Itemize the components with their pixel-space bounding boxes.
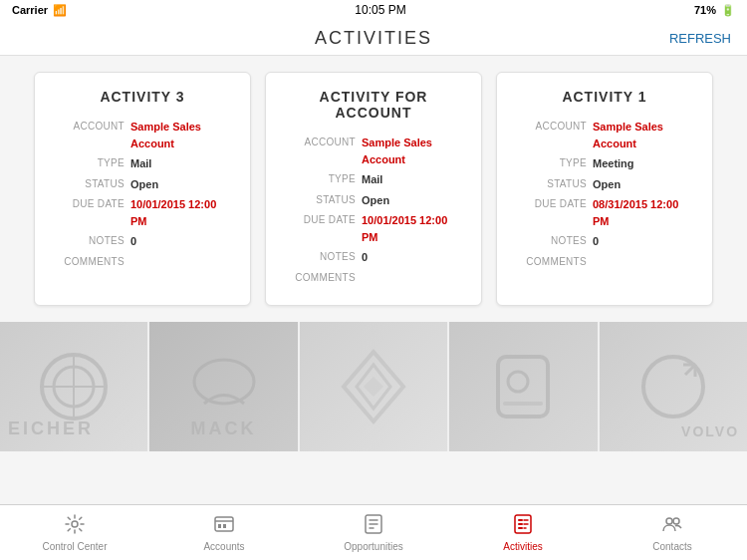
card-1-notes-row: NOTES 0 — [53, 233, 232, 250]
card-2-account: Sample Sales Account — [362, 135, 463, 167]
card-3-account-row: ACCOUNT Sample Sales Account — [515, 119, 694, 151]
brand-id — [449, 322, 599, 451]
tab-activities-label: Activities — [503, 541, 542, 552]
volvo-label: VOLVO — [681, 423, 739, 439]
card-2-status-row: STATUS Open — [284, 192, 463, 209]
battery-label: 71% — [694, 4, 716, 16]
empty-content-area — [0, 451, 747, 505]
card-1-notes: 0 — [130, 233, 136, 250]
activity-card-1[interactable]: ACTIVITY 3 ACCOUNT Sample Sales Account … — [34, 72, 251, 306]
svg-marker-5 — [364, 377, 383, 397]
label-status-3: STATUS — [515, 176, 587, 193]
card-1-account-row: ACCOUNT Sample Sales Account — [53, 119, 232, 151]
accounts-icon — [213, 513, 235, 538]
card-1-title: ACTIVITY 3 — [53, 89, 232, 105]
card-3-comments-row: COMMENTS — [515, 254, 694, 269]
card-2-duedate: 10/01/2015 12:00 PM — [362, 212, 463, 245]
label-status-1: STATUS — [53, 176, 124, 193]
activity-card-3[interactable]: ACTIVITY 1 ACCOUNT Sample Sales Account … — [496, 72, 713, 306]
wifi-icon: 📶 — [53, 4, 67, 17]
tab-accounts[interactable]: Accounts — [149, 505, 299, 560]
activity-card-2[interactable]: ACTIVITY FOR ACCOUNT ACCOUNT Sample Sale… — [265, 72, 482, 306]
card-1-status-row: STATUS Open — [53, 176, 232, 193]
status-right: 71% 🔋 — [694, 4, 735, 17]
eicher-logo-icon — [34, 347, 114, 426]
label-duedate-3: DUE DATE — [515, 196, 587, 229]
card-2-title: ACTIVITY FOR ACCOUNT — [284, 89, 463, 121]
tab-accounts-label: Accounts — [203, 541, 244, 552]
svg-rect-6 — [498, 357, 548, 417]
tab-control-center-label: Control Center — [42, 541, 107, 552]
card-3-notes-row: NOTES 0 — [515, 233, 694, 250]
status-time: 10:05 PM — [355, 3, 405, 17]
brand-volvo: VOLVO — [600, 322, 747, 451]
label-type-2: TYPE — [284, 171, 356, 188]
card-2-comments-row: COMMENTS — [284, 270, 463, 285]
control-center-icon — [64, 513, 86, 538]
label-notes-1: NOTES — [53, 233, 124, 250]
card-1-type-row: TYPE Mail — [53, 155, 232, 172]
refresh-button[interactable]: REFRESH — [669, 30, 731, 45]
card-1-status: Open — [130, 176, 158, 193]
mack-logo-icon — [184, 352, 264, 421]
card-3-title: ACTIVITY 1 — [515, 89, 694, 105]
page-title: ACTIVITIES — [315, 28, 432, 48]
label-comments-3: COMMENTS — [515, 254, 587, 269]
main-content: ACTIVITY 3 ACCOUNT Sample Sales Account … — [0, 56, 747, 504]
mack-label: MACK — [191, 419, 257, 439]
card-1-comments-row: COMMENTS — [53, 254, 232, 269]
svg-point-7 — [508, 372, 528, 392]
card-2-notes: 0 — [362, 249, 368, 266]
status-left: Carrier 📶 — [12, 4, 67, 17]
tab-contacts[interactable]: Contacts — [598, 505, 747, 560]
card-1-account: Sample Sales Account — [130, 119, 232, 151]
volvo-logo-icon — [633, 347, 713, 426]
carrier-label: Carrier — [12, 4, 48, 16]
tab-bar: Control Center Accounts Opportunities — [0, 504, 747, 560]
card-2-notes-row: NOTES 0 — [284, 249, 463, 266]
card-2-account-row: ACCOUNT Sample Sales Account — [284, 135, 463, 167]
renault-logo-icon — [339, 347, 408, 426]
card-3-duedate: 08/31/2015 12:00 PM — [593, 196, 694, 229]
activities-icon — [512, 513, 534, 538]
svg-point-10 — [72, 521, 78, 527]
opportunities-icon — [363, 513, 384, 538]
status-bar: Carrier 📶 10:05 PM 71% 🔋 — [0, 0, 747, 20]
label-duedate-1: DUE DATE — [53, 196, 124, 229]
card-1-duedate-row: DUE DATE 10/01/2015 12:00 PM — [53, 196, 232, 229]
label-notes-2: NOTES — [284, 249, 356, 266]
label-status-2: STATUS — [284, 192, 356, 209]
contacts-icon — [661, 513, 683, 538]
brand-renault — [300, 322, 449, 451]
card-3-type: Meeting — [593, 155, 634, 172]
card-3-type-row: TYPE Meeting — [515, 155, 694, 172]
label-comments-1: COMMENTS — [53, 254, 124, 269]
card-3-duedate-row: DUE DATE 08/31/2015 12:00 PM — [515, 196, 694, 229]
brands-area: EICHER MACK — [0, 322, 747, 451]
tab-control-center[interactable]: Control Center — [0, 505, 149, 560]
card-3-account: Sample Sales Account — [593, 119, 694, 151]
svg-point-17 — [673, 518, 679, 524]
header: ACTIVITIES REFRESH — [0, 20, 747, 56]
brand-mack: MACK — [149, 322, 299, 451]
tab-activities[interactable]: Activities — [448, 505, 598, 560]
card-2-type-row: TYPE Mail — [284, 171, 463, 188]
label-type-1: TYPE — [53, 155, 124, 172]
brand-eicher: EICHER — [0, 322, 149, 451]
label-type-3: TYPE — [515, 155, 587, 172]
card-3-notes: 0 — [593, 233, 599, 250]
svg-point-16 — [666, 518, 672, 524]
eicher-label: EICHER — [8, 419, 94, 439]
tab-opportunities-label: Opportunities — [344, 541, 402, 552]
label-notes-3: NOTES — [515, 233, 587, 250]
id-logo-icon — [483, 347, 563, 426]
card-3-status: Open — [593, 176, 621, 193]
svg-rect-13 — [223, 524, 226, 528]
label-account-2: ACCOUNT — [284, 135, 356, 167]
svg-point-2 — [194, 360, 254, 404]
card-2-type: Mail — [362, 171, 382, 188]
battery-icon: 🔋 — [721, 4, 735, 17]
tab-opportunities[interactable]: Opportunities — [299, 505, 448, 560]
card-1-duedate: 10/01/2015 12:00 PM — [130, 196, 232, 229]
tab-contacts-label: Contacts — [652, 541, 691, 552]
